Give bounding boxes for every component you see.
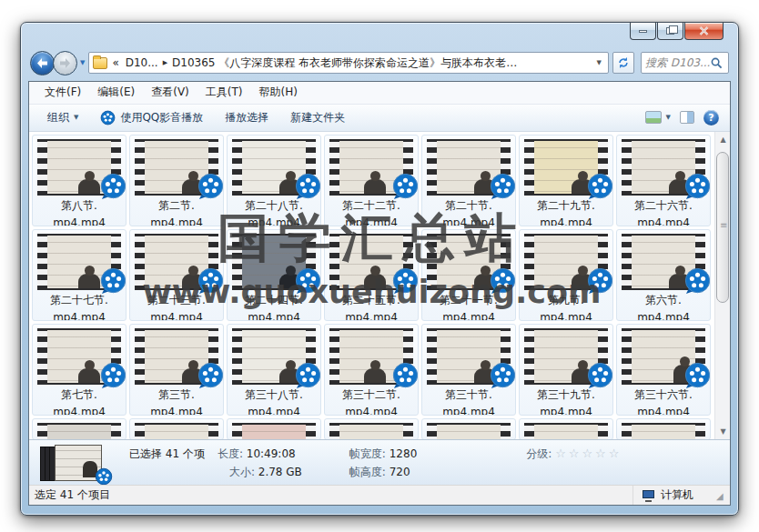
file-item[interactable]: 第二十二节. mp4.mp4 <box>324 135 419 226</box>
file-item[interactable]: 第二十四节. mp4.mp4 <box>227 229 321 321</box>
restore-button[interactable] <box>657 23 683 40</box>
video-thumbnail <box>232 139 316 196</box>
resize-grip-icon[interactable]: ◢ <box>716 491 727 502</box>
file-item[interactable]: 第二十九节. mp4.mp4 <box>519 135 613 226</box>
menu-edit[interactable]: 编辑(E) <box>89 85 143 100</box>
filmstrip-left <box>427 139 437 196</box>
preview-pane-button[interactable] <box>680 111 694 124</box>
frame-height-label: 帧高度: <box>349 463 386 481</box>
filmstrip-left <box>622 423 632 439</box>
video-thumbnail <box>622 234 705 290</box>
filmstrip-left <box>135 328 145 385</box>
play-with-qq-button[interactable]: 使用QQ影音播放 <box>89 110 214 125</box>
video-thumbnail <box>427 423 511 439</box>
file-item[interactable] <box>32 418 126 439</box>
file-item[interactable] <box>227 418 321 439</box>
filmstrip-left <box>622 139 632 196</box>
filmstrip-left <box>37 234 47 290</box>
file-item[interactable] <box>421 418 516 439</box>
file-item[interactable]: 第二十节. mp4.mp4 <box>421 135 516 226</box>
back-button[interactable] <box>30 51 55 75</box>
search-input[interactable] <box>645 56 711 69</box>
file-item[interactable]: 第八节. mp4.mp4 <box>32 135 126 226</box>
file-name-line2: mp4.mp4 <box>33 310 126 321</box>
play-select-button[interactable]: 播放选择 <box>214 110 279 125</box>
filmstrip-left <box>524 234 534 290</box>
file-item[interactable] <box>129 418 224 439</box>
file-item[interactable] <box>616 418 711 439</box>
rating-stars[interactable]: ☆☆☆☆☆ <box>555 447 622 460</box>
search-icon[interactable] <box>711 57 723 69</box>
forward-button[interactable] <box>53 51 77 75</box>
close-button[interactable] <box>684 23 724 40</box>
qq-player-badge-icon <box>586 267 613 296</box>
refresh-button[interactable] <box>612 52 634 74</box>
video-thumbnail <box>37 139 121 196</box>
file-item[interactable]: 第三节. mp4.mp4 <box>129 324 224 416</box>
filmstrip-left <box>135 234 145 290</box>
size-value: 2.78 GB <box>258 466 302 478</box>
organize-button[interactable]: 组织▼ <box>36 110 89 125</box>
video-frame <box>47 425 111 439</box>
file-item[interactable]: 第六节. mp4.mp4 <box>616 229 711 321</box>
filmstrip-right <box>306 423 316 439</box>
filmstrip-right <box>111 423 121 439</box>
explorer-window: ▼ « D10... ▶ D10365 《八字深度课程 布衣老师带你探索命运之道… <box>20 22 739 516</box>
recent-pages-dropdown[interactable]: ▼ <box>80 59 85 66</box>
qq-player-badge-icon <box>391 173 419 201</box>
qq-player-badge-icon <box>683 267 711 296</box>
filmstrip-left <box>135 139 145 196</box>
menu-file[interactable]: 文件(F) <box>36 85 89 100</box>
file-item[interactable]: 第三十九节. mp4.mp4 <box>519 324 613 416</box>
address-dropdown-icon[interactable]: ▼ <box>594 59 604 66</box>
file-item[interactable]: 第二十七节. mp4.mp4 <box>32 229 126 321</box>
qq-player-badge-icon <box>683 362 711 390</box>
file-item[interactable]: 第七节. mp4.mp4 <box>32 324 126 416</box>
navigation-bar: ▼ « D10... ▶ D10365 《八字深度课程 布衣老师带你探索命运之道… <box>28 48 731 77</box>
person-silhouette <box>78 368 100 383</box>
video-thumbnail <box>622 328 705 385</box>
scrollbar-thumb[interactable] <box>716 152 729 303</box>
length-size-column: 长度: 10:49:08 大小: 2.78 GB <box>218 445 302 481</box>
change-view-button[interactable]: ▼ <box>645 111 671 124</box>
file-item[interactable]: 第二十五节. mp4.mp4 <box>324 229 419 321</box>
status-bar: 选定 41 个项目 计算机 ◢ <box>29 485 730 505</box>
breadcrumb-overflow[interactable]: « <box>112 56 118 69</box>
file-item[interactable]: 第二十三节. mp4.mp4 <box>129 229 224 321</box>
menu-tools[interactable]: 工具(T) <box>197 85 251 100</box>
menu-view[interactable]: 查看(V) <box>143 85 197 100</box>
qq-player-badge-icon <box>489 362 516 390</box>
video-thumbnail <box>37 328 121 385</box>
menu-help[interactable]: 帮助(H) <box>251 85 306 100</box>
file-name-line2: mp4.mp4 <box>422 310 515 321</box>
file-item[interactable]: 第二十八节. mp4.mp4 <box>227 135 321 226</box>
file-item[interactable]: 第二节. mp4.mp4 <box>129 135 224 226</box>
breadcrumb-root[interactable]: D10... <box>126 56 158 69</box>
video-frame <box>437 425 501 439</box>
video-thumbnail <box>329 139 413 196</box>
file-item[interactable]: 第九节. mp4.mp4 <box>519 229 613 321</box>
file-item[interactable]: 第三十六节. mp4.mp4 <box>616 324 711 416</box>
file-item[interactable]: 第三十八节. mp4.mp4 <box>227 324 321 416</box>
file-item[interactable]: 第三十二节. mp4.mp4 <box>324 324 419 416</box>
minimize-button[interactable] <box>630 23 656 40</box>
address-bar[interactable]: « D10... ▶ D10365 《八字深度课程 布衣老师带你探索命运之道》与… <box>88 52 609 74</box>
file-item[interactable]: 第二十一节. mp4.mp4 <box>421 229 516 321</box>
help-button[interactable]: ? <box>703 110 719 125</box>
new-folder-button[interactable]: 新建文件夹 <box>279 110 356 125</box>
file-item[interactable]: 第三十节. mp4.mp4 <box>421 324 516 416</box>
filmstrip-left <box>329 328 339 385</box>
filmstrip-left <box>524 328 534 385</box>
file-item[interactable] <box>324 418 419 439</box>
refresh-icon <box>617 56 630 69</box>
status-location: 计算机 <box>632 486 724 505</box>
video-thumbnail <box>329 234 413 290</box>
person-silhouette <box>364 274 386 288</box>
breadcrumb-current[interactable]: D10365 《八字深度课程 布衣老师带你探索命运之道》与朕本布衣老师面对... <box>172 55 518 71</box>
vertical-scrollbar[interactable]: ▲ ▼ <box>714 132 730 439</box>
scroll-up-button[interactable]: ▲ <box>715 132 730 147</box>
toolbar-right-group: ▼ ? <box>645 110 723 125</box>
file-item[interactable]: 第二十六节. mp4.mp4 <box>616 135 711 226</box>
file-item[interactable] <box>519 418 613 439</box>
scroll-down-button[interactable]: ▼ <box>715 424 730 439</box>
